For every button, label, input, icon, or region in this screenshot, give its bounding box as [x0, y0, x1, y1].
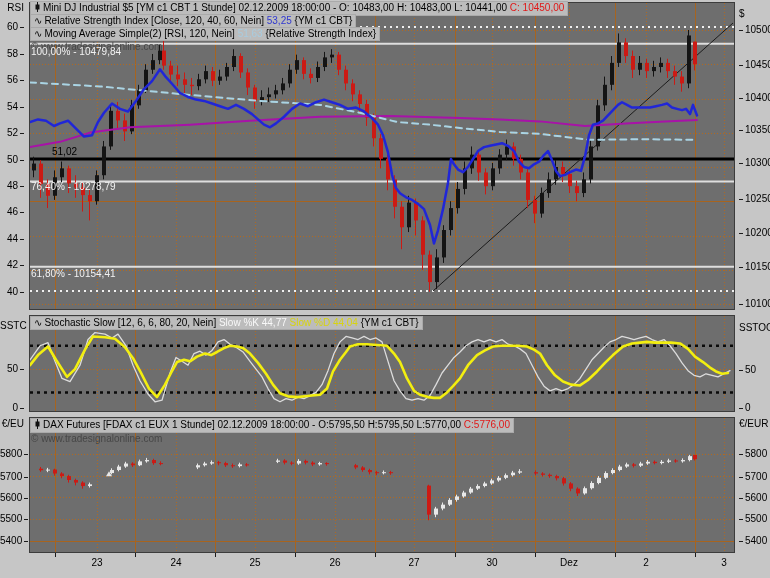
axis-tick-label-right-17: 5500 — [739, 514, 767, 524]
axis-title-right-13: €/EUR — [739, 419, 768, 429]
time-axis-tick — [215, 553, 216, 557]
axis-tick-label-right-3: 10400 — [739, 93, 770, 103]
axis-title-right-0: $ — [739, 9, 745, 19]
axis-tick-label-right-8: 10150 — [739, 262, 770, 272]
axis-tick-label-left-11: 40 — [0, 287, 24, 297]
axis-tick-label-left-20: 5400 — [0, 536, 24, 546]
axis-tick-label-right-5: 10300 — [739, 158, 770, 168]
time-axis-tick — [535, 553, 536, 557]
time-axis-label-23: 23 — [91, 558, 102, 568]
stochastic-panel[interactable] — [29, 315, 735, 412]
time-axis-label-Dez: Dez — [560, 558, 578, 568]
axis-tick-label-left-5: 52 — [0, 128, 24, 138]
axis-tick-label-right-1: 10500 — [739, 25, 770, 35]
axis-tick-label-left-10: 42 — [0, 260, 24, 270]
dax-panel[interactable] — [29, 417, 735, 553]
rsi-price-panel[interactable] — [29, 2, 735, 310]
axis-tick-label-right-15: 5700 — [739, 472, 767, 482]
time-axis-label-30: 30 — [486, 558, 497, 568]
time-axis-label-26: 26 — [329, 558, 340, 568]
axis-tick-label-right-4: 10350 — [739, 125, 770, 135]
axis-tick-label-left-2: 58 — [0, 49, 24, 59]
axis-tick-label-left-4: 54 — [0, 102, 24, 112]
time-axis-label-3: 3 — [721, 558, 727, 568]
axis-tick-label-right-11: 50 — [739, 365, 756, 375]
axis-tick-label-left-14: 0 — [0, 403, 24, 413]
axis-tick-label-left-16: 5800 — [0, 449, 24, 459]
axis-title-left-12: SSTC — [0, 321, 24, 331]
axis-tick-label-right-9: 10100 — [739, 299, 770, 309]
axis-tick-label-right-7: 10200 — [739, 228, 770, 238]
axis-tick-label-left-13: 50 — [0, 364, 24, 374]
time-axis-tick — [135, 553, 136, 557]
time-axis-tick — [455, 553, 456, 557]
axis-tick-label-left-18: 5600 — [0, 493, 24, 503]
axis-tick-label-left-8: 46 — [0, 207, 24, 217]
axis-tick-label-left-9: 44 — [0, 234, 24, 244]
time-axis-label-25: 25 — [249, 558, 260, 568]
stochastic-chart-canvas[interactable] — [30, 316, 734, 411]
axis-tick-label-left-1: 60 — [0, 22, 24, 32]
axis-tick-label-left-6: 50 — [0, 155, 24, 165]
time-axis-tick — [375, 553, 376, 557]
time-axis-label-2: 2 — [643, 558, 649, 568]
axis-tick-label-right-18: 5400 — [739, 536, 767, 546]
axis-title-left-15: €/EU — [0, 419, 24, 429]
axis-title-right-10: SSTOC — [739, 323, 770, 333]
axis-tick-label-left-17: 5700 — [0, 472, 24, 482]
rsi-price-chart-canvas[interactable] — [30, 3, 734, 309]
time-axis-tick — [615, 553, 616, 557]
axis-tick-label-right-6: 10250 — [739, 194, 770, 204]
time-axis-tick — [55, 553, 56, 557]
time-axis-label-27: 27 — [408, 558, 419, 568]
axis-tick-label-right-12: 0 — [739, 403, 751, 413]
axis-tick-label-right-2: 10450 — [739, 60, 770, 70]
axis-tick-label-left-19: 5500 — [0, 514, 24, 524]
axis-tick-label-right-16: 5600 — [739, 493, 767, 503]
time-axis-label-24: 24 — [170, 558, 181, 568]
axis-title-left-0: RSI — [0, 3, 24, 13]
axis-tick-label-left-7: 48 — [0, 181, 24, 191]
axis-tick-label-left-3: 56 — [0, 75, 24, 85]
axis-tick-label-right-14: 5800 — [739, 449, 767, 459]
dax-chart-canvas[interactable] — [30, 418, 734, 552]
trading-app-window: RSI6058565452504846444240SSTC500€/EU5800… — [0, 0, 770, 578]
time-axis-tick — [695, 553, 696, 557]
time-axis-tick — [295, 553, 296, 557]
